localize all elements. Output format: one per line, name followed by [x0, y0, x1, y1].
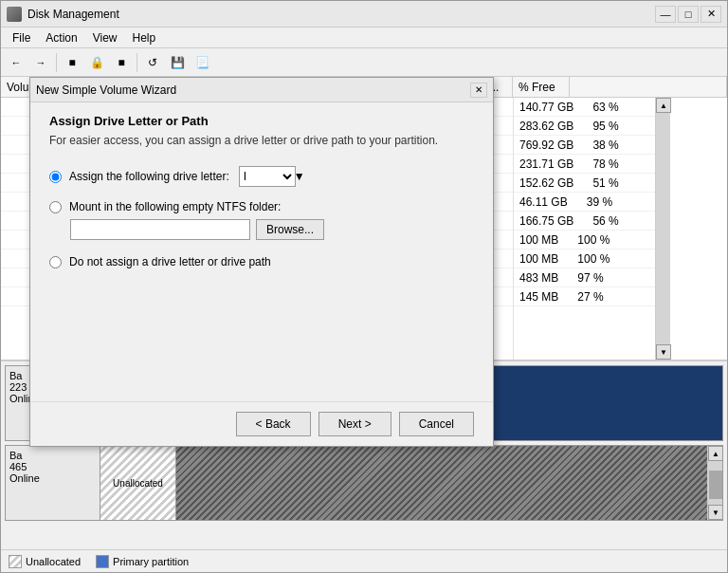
dialog-overlay: New Simple Volume Wizard ✕ Assign Drive … — [1, 77, 727, 572]
dialog-title-bar: New Simple Volume Wizard ✕ — [30, 78, 493, 102]
option-mount-folder: Mount in the following empty NTFS folder… — [49, 200, 474, 213]
drive-letter-select[interactable]: I — [239, 166, 296, 187]
maximize-button[interactable]: □ — [678, 6, 699, 23]
radio-no-assign[interactable] — [49, 256, 62, 268]
app-icon — [7, 7, 22, 22]
label-mount-folder: Mount in the following empty NTFS folder… — [69, 200, 281, 213]
cancel-button[interactable]: Cancel — [399, 412, 474, 436]
minimize-button[interactable]: ― — [655, 6, 676, 23]
dialog-subtext: For easier access, you can assign a driv… — [49, 134, 474, 147]
toolbar-btn-3[interactable]: ■ — [110, 52, 133, 73]
main-area: Volume Layout Type File System Status Ca… — [1, 77, 727, 572]
title-bar: Disk Management ― □ ✕ — [1, 1, 727, 28]
back-button[interactable]: ← — [5, 52, 27, 73]
menu-view[interactable]: View — [85, 29, 125, 46]
toolbar-btn-6[interactable]: 📃 — [191, 52, 213, 73]
menu-file[interactable]: File — [5, 29, 38, 46]
toolbar: ← → ■ 🔒 ■ ↺ 💾 📃 — [1, 48, 727, 77]
browse-button[interactable]: Browse... — [256, 219, 324, 240]
window-title: Disk Management — [27, 8, 119, 21]
folder-input-row: Browse... — [70, 219, 474, 240]
main-window: Disk Management ― □ ✕ File Action View H… — [0, 0, 728, 573]
toolbar-separator-1 — [56, 53, 57, 72]
dialog-title: New Simple Volume Wizard — [36, 83, 176, 97]
radio-mount-folder[interactable] — [49, 201, 62, 213]
toolbar-separator-2 — [136, 53, 137, 72]
label-no-assign: Do not assign a drive letter or drive pa… — [69, 255, 271, 268]
next-button[interactable]: Next > — [318, 412, 391, 436]
dialog-heading: Assign Drive Letter or Path — [49, 114, 474, 128]
option-mount-folder-row: Mount in the following empty NTFS folder… — [49, 200, 474, 251]
option-no-assign: Do not assign a drive letter or drive pa… — [49, 255, 474, 268]
dialog-footer: < Back Next > Cancel — [30, 401, 493, 446]
toolbar-btn-4[interactable]: ↺ — [141, 52, 164, 73]
radio-assign-letter[interactable] — [49, 171, 62, 183]
menu-help[interactable]: Help — [125, 29, 164, 46]
title-bar-controls: ― □ ✕ — [655, 6, 721, 23]
assign-drive-dialog: New Simple Volume Wizard ✕ Assign Drive … — [29, 77, 494, 447]
title-bar-left: Disk Management — [7, 7, 119, 22]
forward-button[interactable]: → — [29, 52, 52, 73]
label-assign-letter: Assign the following drive letter: — [69, 170, 229, 183]
toolbar-btn-2[interactable]: 🔒 — [85, 52, 108, 73]
folder-path-input[interactable] — [70, 219, 250, 240]
menu-bar: File Action View Help — [1, 28, 727, 48]
dialog-close-button[interactable]: ✕ — [470, 83, 487, 98]
dialog-body: Assign Drive Letter or Path For easier a… — [30, 102, 493, 401]
option-assign-letter: Assign the following drive letter: I ▼ — [49, 166, 474, 187]
back-button[interactable]: < Back — [236, 412, 311, 436]
toolbar-btn-5[interactable]: 💾 — [166, 52, 189, 73]
dropdown-arrow-icon: ▼ — [294, 170, 305, 183]
close-button[interactable]: ✕ — [701, 6, 721, 23]
toolbar-btn-1[interactable]: ■ — [61, 52, 83, 73]
menu-action[interactable]: Action — [38, 29, 84, 46]
